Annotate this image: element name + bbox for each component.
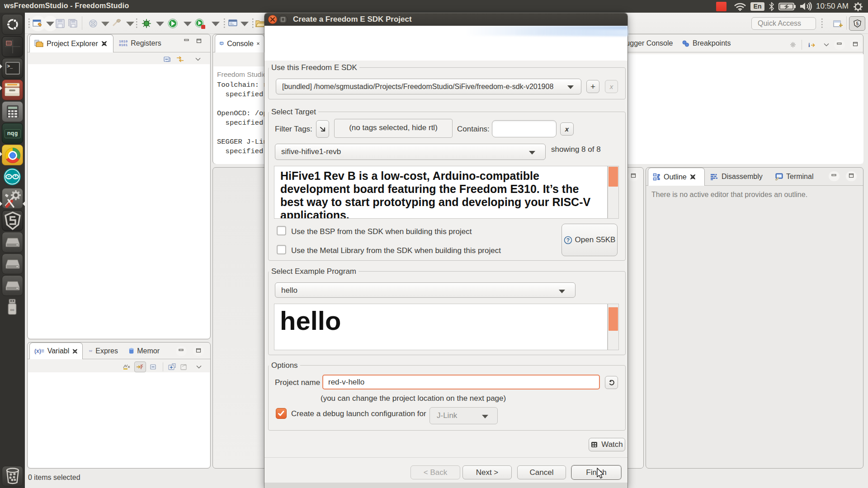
- svg-text:5: 5: [856, 21, 859, 26]
- svg-text:oo: oo: [10, 308, 14, 312]
- svg-text:i: i: [808, 42, 810, 48]
- svg-text:?: ?: [566, 237, 569, 243]
